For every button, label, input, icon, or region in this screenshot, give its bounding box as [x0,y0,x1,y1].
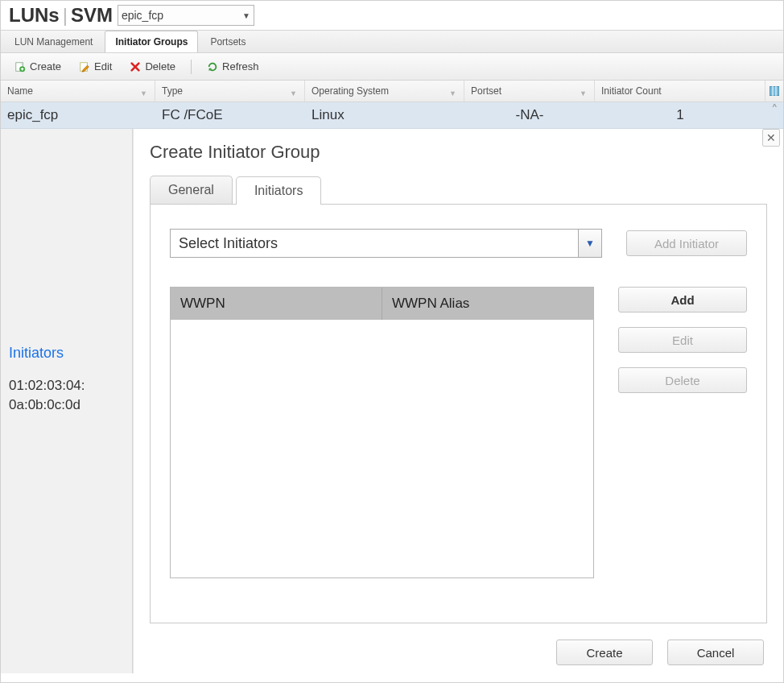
detail-sidebar: Initiators 01:02:03:04: 0a:0b:0c:0d [1,129,133,673]
toolbar-separator [191,60,192,74]
cell-name: epic_fcp [1,102,155,128]
grid-column-headers: Name Type Operating System Portset Initi… [1,81,783,102]
tab-lun-management[interactable]: LUN Management [4,31,103,52]
cell-init-count: 1 [595,102,765,128]
create-button[interactable]: Create [7,57,68,76]
col-portset[interactable]: Portset [464,81,595,101]
select-initiators-combo[interactable]: Select Initiators ▼ [170,229,602,258]
initiator-wwpn: 01:02:03:04: 0a:0b:0c:0d [9,376,124,415]
tab-initiator-groups[interactable]: Initiator Groups [105,31,198,52]
dialog-body: Select Initiators ▼ Add Initiator WWPN W… [150,205,767,623]
col-initiator-count[interactable]: Initiator Count [595,81,765,101]
cell-portset: -NA- [464,102,595,128]
title-luns: LUNs [9,4,60,26]
filter-icon[interactable] [290,87,298,95]
column-picker[interactable] [765,81,783,101]
grid-header: WWPN WWPN Alias [171,288,593,320]
cell-os: Linux [305,102,464,128]
dialog-title: Create Initiator Group [150,142,772,163]
table-row[interactable]: epic_fcp FC /FCoE Linux -NA- 1 ˄ [1,102,783,129]
select-initiators-value: Select Initiators [179,235,278,252]
col-wwpn[interactable]: WWPN [171,288,382,320]
col-name[interactable]: Name [1,81,155,101]
tab-portsets[interactable]: Portsets [200,31,256,52]
page-title: LUNs|SVM [9,4,113,27]
edit-row-button[interactable]: Edit [618,327,747,353]
col-os[interactable]: Operating System [305,81,464,101]
tab-general[interactable]: General [150,176,233,204]
add-button[interactable]: Add [618,287,747,313]
cancel-button[interactable]: Cancel [667,640,764,665]
dialog-tab-bar: General Initiators [150,176,767,205]
scroll-up-icon[interactable]: ˄ [765,102,783,128]
close-icon: ✕ [766,131,776,144]
chevron-down-icon: ▼ [242,11,250,20]
select-initiators-row: Select Initiators ▼ Add Initiator [170,229,747,258]
grid-side-buttons: Add Edit Delete [618,287,747,578]
page-header: LUNs|SVM epic_fcp ▼ [1,1,783,31]
filter-icon[interactable] [449,87,457,95]
col-type[interactable]: Type [155,81,305,101]
create-initiator-group-dialog: ✕ Create Initiator Group General Initiat… [133,129,783,673]
delete-row-button[interactable]: Delete [618,367,747,393]
delete-icon [130,61,141,72]
col-wwpn-alias[interactable]: WWPN Alias [382,288,593,320]
svm-selector[interactable]: epic_fcp ▼ [118,5,254,26]
edit-icon [79,61,90,72]
initiators-grid-area: WWPN WWPN Alias Add Edit Delete [170,287,747,578]
edit-button[interactable]: Edit [72,57,119,76]
initiators-grid: WWPN WWPN Alias [170,287,594,578]
title-svm: SVM [71,4,113,26]
dialog-footer: Create Cancel [556,640,764,665]
title-separator: | [63,4,68,26]
main-tab-bar: LUN Management Initiator Groups Portsets [1,31,783,53]
create-submit-button[interactable]: Create [556,640,653,665]
chevron-down-icon[interactable]: ▼ [578,230,601,257]
cell-type: FC /FCoE [155,102,305,128]
close-button[interactable]: ✕ [762,129,780,147]
svm-selector-value: epic_fcp [122,9,163,22]
filter-icon[interactable] [580,87,588,95]
body: Initiators 01:02:03:04: 0a:0b:0c:0d ✕ Cr… [1,129,783,673]
app-window: LUNs|SVM epic_fcp ▼ LUN Management Initi… [0,0,784,683]
create-icon [14,61,26,72]
delete-button[interactable]: Delete [122,57,183,76]
add-initiator-button[interactable]: Add Initiator [626,230,747,256]
grid-body [171,320,593,577]
tab-initiators[interactable]: Initiators [236,176,321,205]
refresh-icon [207,61,218,72]
refresh-button[interactable]: Refresh [200,57,266,76]
filter-icon[interactable] [140,87,148,95]
columns-icon [770,86,779,96]
toolbar: Create Edit Delete Refresh [1,53,783,81]
svg-rect-3 [770,86,779,96]
sidebar-heading: Initiators [9,345,124,362]
